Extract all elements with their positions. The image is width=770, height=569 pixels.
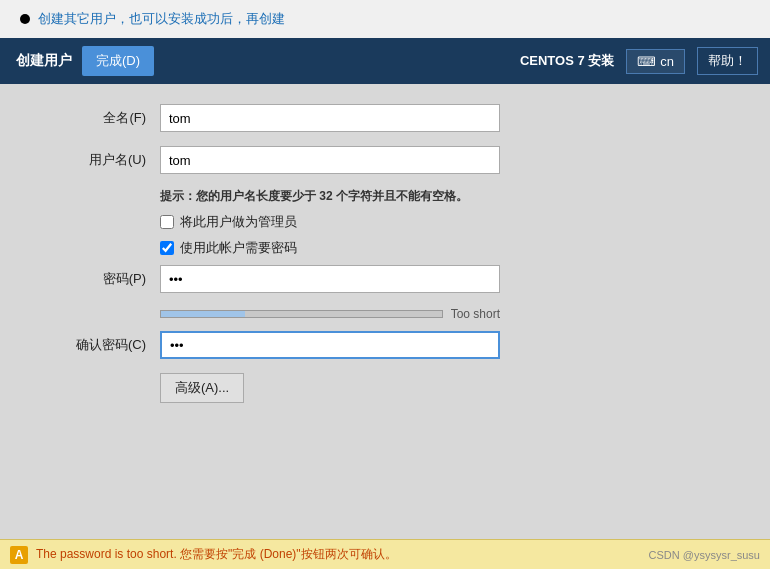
top-instruction-bar: 创建其它用户，也可以安装成功后，再创建: [0, 0, 770, 38]
hint-text: 提示：您的用户名长度要少于 32 个字符并且不能有空格。: [160, 188, 468, 205]
username-input[interactable]: [160, 146, 500, 174]
confirm-label: 确认密码(C): [40, 336, 160, 354]
confirm-password-row: 确认密码(C): [40, 331, 730, 359]
warning-icon: A: [10, 546, 28, 564]
strength-fill: [161, 311, 245, 317]
watermark: CSDN @ysysysr_susu: [649, 549, 760, 561]
header-left: 创建用户 完成(D): [0, 38, 170, 84]
password-require-row: 使用此帐户需要密码: [40, 239, 730, 257]
main-content: 全名(F) 用户名(U) 提示：您的用户名长度要少于 32 个字符并且不能有空格…: [0, 84, 770, 539]
done-button[interactable]: 完成(D): [82, 46, 154, 76]
lang-label: cn: [660, 54, 674, 69]
bottom-bar: A The password is too short. 您需要按"完成 (Do…: [0, 539, 770, 569]
lang-selector[interactable]: ⌨ cn: [626, 49, 685, 74]
strength-row: Too short: [40, 307, 730, 321]
confirm-password-input[interactable]: [160, 331, 500, 359]
advanced-row: 高级(A)...: [40, 373, 730, 403]
hint-row: 提示：您的用户名长度要少于 32 个字符并且不能有空格。: [40, 188, 730, 205]
fullname-label: 全名(F): [40, 109, 160, 127]
fullname-input[interactable]: [160, 104, 500, 132]
strength-label: Too short: [451, 307, 500, 321]
advanced-button[interactable]: 高级(A)...: [160, 373, 244, 403]
password-row: 密码(P): [40, 265, 730, 293]
centos-title: CENTOS 7 安装: [520, 52, 614, 70]
instruction-text: 创建其它用户，也可以安装成功后，再创建: [38, 10, 285, 28]
header-bar: 创建用户 完成(D) CENTOS 7 安装 ⌨ cn 帮助！: [0, 38, 770, 84]
password-require-label[interactable]: 使用此帐户需要密码: [160, 239, 297, 257]
fullname-row: 全名(F): [40, 104, 730, 132]
keyboard-icon: ⌨: [637, 54, 656, 69]
username-row: 用户名(U): [40, 146, 730, 174]
bullet-point: [20, 14, 30, 24]
page-title: 创建用户: [16, 52, 72, 70]
strength-bar-container: Too short: [160, 307, 500, 321]
password-label: 密码(P): [40, 270, 160, 288]
help-button[interactable]: 帮助！: [697, 47, 758, 75]
admin-checkbox-label[interactable]: 将此用户做为管理员: [160, 213, 297, 231]
password-input[interactable]: [160, 265, 500, 293]
admin-checkbox-row: 将此用户做为管理员: [40, 213, 730, 231]
strength-bar: [160, 310, 443, 318]
header-right: CENTOS 7 安装 ⌨ cn 帮助！: [520, 47, 770, 75]
username-label: 用户名(U): [40, 151, 160, 169]
warning-text: The password is too short. 您需要按"完成 (Done…: [36, 546, 641, 563]
admin-checkbox[interactable]: [160, 215, 174, 229]
password-require-checkbox[interactable]: [160, 241, 174, 255]
